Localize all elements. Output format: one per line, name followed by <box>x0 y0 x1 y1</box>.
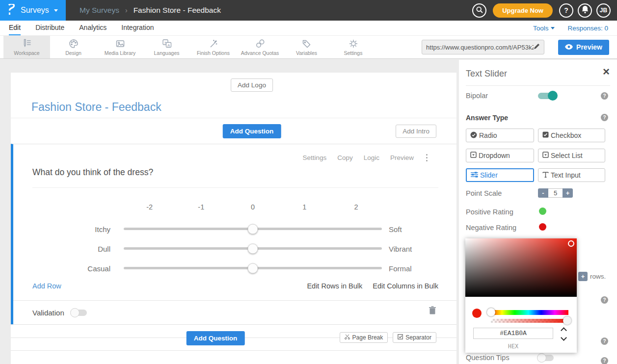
questionpro-app: Surveys My Surveys › Fashion Store - Fee… <box>0 0 617 364</box>
header-actions: Upgrade Now ? JB <box>472 3 617 18</box>
questionpro-logo-icon <box>7 4 16 17</box>
answer-type-slider[interactable]: Slider <box>466 168 534 182</box>
add-logo-button[interactable]: Add Logo <box>231 78 273 92</box>
slider-handle[interactable] <box>248 244 258 254</box>
question-copy-link[interactable]: Copy <box>337 154 353 161</box>
row-left-label[interactable]: Dull <box>13 245 110 253</box>
share-url-field[interactable]: https://www.questionpro.com/t/AP53kZiOC <box>422 40 544 54</box>
toolbar-item-languages[interactable]: x A Languages <box>143 36 190 58</box>
help-icon[interactable]: ? <box>601 296 608 304</box>
row-right-label[interactable]: Soft <box>389 225 402 234</box>
dropdown-icon <box>470 152 477 159</box>
positive-rating-color-swatch[interactable] <box>539 208 546 215</box>
add-question-button-bottom[interactable]: Add Question <box>187 331 245 345</box>
toolbar-item-design[interactable]: Design <box>50 36 97 58</box>
responses-count[interactable]: Responses: 0 <box>567 25 608 32</box>
point-scale-value[interactable]: 5 <box>548 188 563 198</box>
toolbar-item-media-library[interactable]: Media Library <box>97 36 143 58</box>
point-scale-decrement-button[interactable]: - <box>538 188 548 198</box>
hex-color-input[interactable] <box>473 328 553 339</box>
question-title[interactable]: What do you think of the dress? <box>32 167 153 178</box>
close-icon[interactable]: × <box>603 66 610 78</box>
svg-text:x: x <box>164 40 166 45</box>
point-scale-increment-button[interactable]: + <box>563 188 573 198</box>
hex-spinner[interactable] <box>562 328 566 340</box>
answer-type-text-input[interactable]: Text Input <box>538 168 605 182</box>
delete-question-button[interactable] <box>429 306 436 316</box>
answer-type-radio[interactable]: Radio <box>466 129 534 142</box>
gear-icon <box>348 38 359 49</box>
search-button[interactable] <box>472 3 486 18</box>
add-intro-button[interactable]: Add Intro <box>396 125 436 138</box>
preview-label: Preview <box>576 43 602 51</box>
row-right-label[interactable]: Vibrant <box>389 245 412 253</box>
preview-button[interactable]: Preview <box>558 40 609 55</box>
chevron-down-icon <box>551 27 555 29</box>
alpha-slider-handle[interactable] <box>563 316 571 325</box>
answer-type-checkbox[interactable]: Checkbox <box>538 129 605 142</box>
bipolar-help-icon[interactable]: ? <box>601 92 608 100</box>
text-input-icon <box>542 171 549 180</box>
slider-track[interactable] <box>124 259 382 278</box>
add-question-button-top[interactable]: Add Question <box>223 124 281 138</box>
row-left-label[interactable]: Casual <box>13 264 110 273</box>
validation-toggle[interactable] <box>71 310 87 316</box>
chevron-down-icon[interactable] <box>561 335 567 341</box>
survey-title[interactable]: Fashion Store - Feedback <box>31 101 161 114</box>
saturation-selector[interactable] <box>568 240 574 247</box>
slider-track[interactable] <box>124 239 382 259</box>
notifications-button[interactable] <box>578 3 592 18</box>
slider-handle[interactable] <box>248 263 258 274</box>
question-tips-toggle[interactable] <box>538 355 554 361</box>
add-rows-button[interactable]: + <box>578 272 588 281</box>
help-button[interactable]: ? <box>559 3 573 18</box>
breadcrumb-my-surveys[interactable]: My Surveys <box>80 6 119 15</box>
saturation-area[interactable] <box>465 238 577 297</box>
edit-columns-in-bulk-link[interactable]: Edit Columns in Bulk <box>373 282 438 290</box>
panel-title: Text Slider <box>466 69 507 79</box>
positive-rating-label: Positive Rating <box>466 208 513 216</box>
tab-distribute[interactable]: Distribute <box>35 21 64 35</box>
palette-icon <box>68 38 79 49</box>
hue-slider-handle[interactable] <box>487 308 495 316</box>
help-icon[interactable]: ? <box>601 357 608 364</box>
question-settings-link[interactable]: Settings <box>302 154 326 161</box>
product-switcher[interactable]: Surveys <box>0 0 66 21</box>
tab-integration[interactable]: Integration <box>121 21 154 35</box>
pencil-icon[interactable] <box>534 43 540 52</box>
toolbar-item-advance-quotas[interactable]: Advance Quotas <box>237 36 283 58</box>
hue-slider[interactable] <box>488 310 568 315</box>
slider-track[interactable] <box>124 219 382 239</box>
svg-text:A: A <box>167 43 170 48</box>
answer-type-help-icon[interactable]: ? <box>601 114 608 121</box>
tab-edit[interactable]: Edit <box>9 21 21 35</box>
chevron-up-icon[interactable] <box>561 327 567 334</box>
row-right-label[interactable]: Formal <box>389 264 412 273</box>
checkbox-icon <box>542 131 549 139</box>
avatar[interactable]: JB <box>596 3 611 18</box>
help-icon[interactable]: ? <box>601 338 608 345</box>
slider-handle[interactable] <box>248 224 258 234</box>
toolbar-item-finish-options[interactable]: Finish Options <box>190 36 237 58</box>
negative-rating-color-swatch[interactable] <box>539 223 546 231</box>
upgrade-now-button[interactable]: Upgrade Now <box>493 3 553 18</box>
tab-analytics[interactable]: Analytics <box>79 21 107 35</box>
question-logic-link[interactable]: Logic <box>364 154 379 161</box>
add-row-link[interactable]: Add Row <box>32 282 61 290</box>
separator-button[interactable]: Separator <box>393 332 436 343</box>
tools-menu[interactable]: Tools <box>533 25 555 32</box>
answer-type-select-list[interactable]: Select List <box>538 149 605 162</box>
scale-label: 1 <box>279 203 330 211</box>
row-left-label[interactable]: Itchy <box>13 225 110 234</box>
toolbar-item-workspace[interactable]: Workspace <box>3 36 50 58</box>
question-preview-link[interactable]: Preview <box>390 154 414 161</box>
toolbar-item-variables[interactable]: Variables <box>283 36 330 58</box>
more-options-icon[interactable] <box>425 153 429 162</box>
survey-header-section: Add Logo Fashion Store - Feedback <box>11 73 456 118</box>
edit-rows-in-bulk-link[interactable]: Edit Rows in Bulk <box>307 282 362 290</box>
bipolar-toggle[interactable] <box>538 93 557 99</box>
toolbar-item-settings[interactable]: Settings <box>330 36 376 58</box>
page-break-button[interactable]: Page Break <box>340 332 388 343</box>
answer-type-dropdown[interactable]: Dropdown <box>466 149 534 162</box>
alpha-slider[interactable] <box>491 319 568 323</box>
